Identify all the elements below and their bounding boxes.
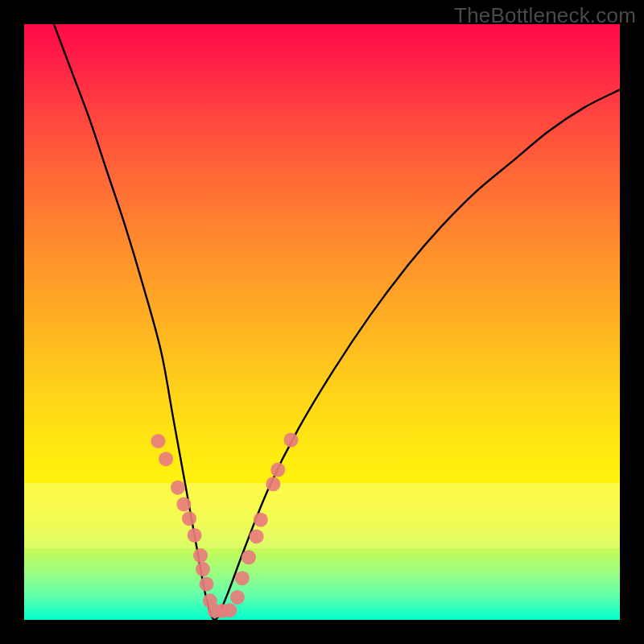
curve-marker (196, 562, 210, 576)
curve-marker (284, 433, 299, 448)
curve-marker (235, 571, 250, 585)
curve-marker (250, 529, 264, 543)
curve-marker (182, 511, 196, 526)
curve-marker (222, 603, 237, 617)
curve-marker (193, 548, 208, 563)
curve-marker (266, 477, 280, 491)
curve-marker (230, 590, 245, 605)
plot-area (24, 24, 620, 620)
curve-marker (151, 434, 166, 448)
curve-marker (171, 481, 185, 495)
curve-marker (159, 452, 173, 466)
chart-frame: TheBottleneck.com (0, 0, 644, 644)
curve-marker (176, 497, 191, 511)
curve-marker (242, 550, 256, 564)
curve-marker (199, 577, 213, 592)
curve-marker (188, 528, 202, 543)
bottleneck-curve (24, 24, 620, 620)
curve-marker (254, 513, 268, 527)
curve-marker (270, 463, 285, 477)
